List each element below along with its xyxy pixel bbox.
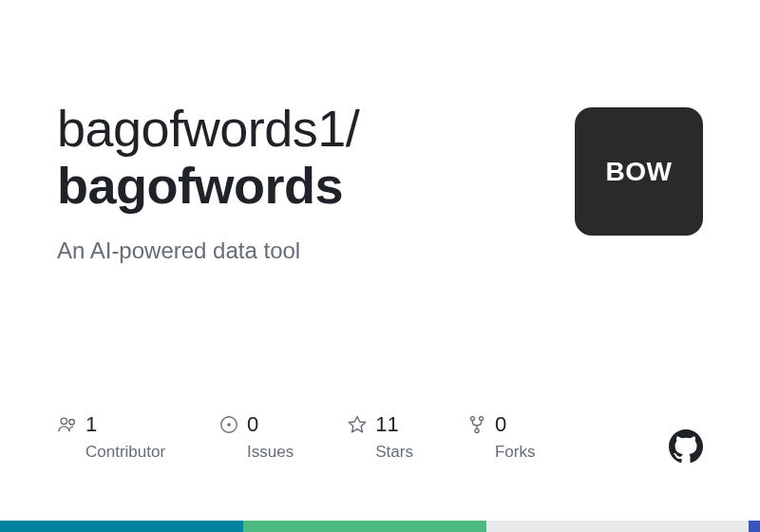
language-bar xyxy=(0,521,760,532)
lang-segment-1 xyxy=(0,521,243,532)
svg-point-3 xyxy=(227,423,231,427)
svg-point-0 xyxy=(61,418,66,424)
svg-point-5 xyxy=(480,417,484,421)
lang-segment-4 xyxy=(749,521,760,532)
repo-logo: BOW xyxy=(575,107,703,236)
repo-description: An AI-powered data tool xyxy=(57,238,575,264)
lang-segment-3 xyxy=(486,521,749,532)
forks-label: Forks xyxy=(495,443,536,462)
issues-label: Issues xyxy=(247,443,294,462)
stars-value: 11 xyxy=(375,412,398,437)
contributors-label: Contributor xyxy=(86,443,165,462)
stat-issues[interactable]: 0 Issues xyxy=(218,412,294,462)
issues-value: 0 xyxy=(247,412,258,437)
contributors-value: 1 xyxy=(86,412,97,437)
repo-name[interactable]: bagofwords xyxy=(57,157,343,214)
forks-icon xyxy=(466,414,487,435)
repo-header: bagofwords1/ bagofwords An AI-powered da… xyxy=(0,0,760,264)
logo-text: BOW xyxy=(606,157,673,187)
stat-contributors[interactable]: 1 Contributor xyxy=(57,412,165,462)
stars-icon xyxy=(347,414,368,435)
lang-segment-2 xyxy=(243,521,486,532)
svg-point-4 xyxy=(470,417,474,421)
svg-point-1 xyxy=(69,420,75,426)
forks-value: 0 xyxy=(495,412,506,437)
repo-owner[interactable]: bagofwords1 xyxy=(57,100,346,157)
github-icon[interactable] xyxy=(669,429,703,464)
repo-title: bagofwords1/ bagofwords xyxy=(57,100,575,215)
stat-stars[interactable]: 11 Stars xyxy=(347,412,413,462)
contributors-icon xyxy=(57,414,78,435)
stat-forks[interactable]: 0 Forks xyxy=(466,412,536,462)
stats-row: 1 Contributor 0 Issues 11 Stars 0 Forks xyxy=(57,412,703,462)
issues-icon xyxy=(218,414,239,435)
repo-info: bagofwords1/ bagofwords An AI-powered da… xyxy=(57,100,575,264)
stars-label: Stars xyxy=(375,443,413,462)
svg-point-6 xyxy=(475,428,479,432)
